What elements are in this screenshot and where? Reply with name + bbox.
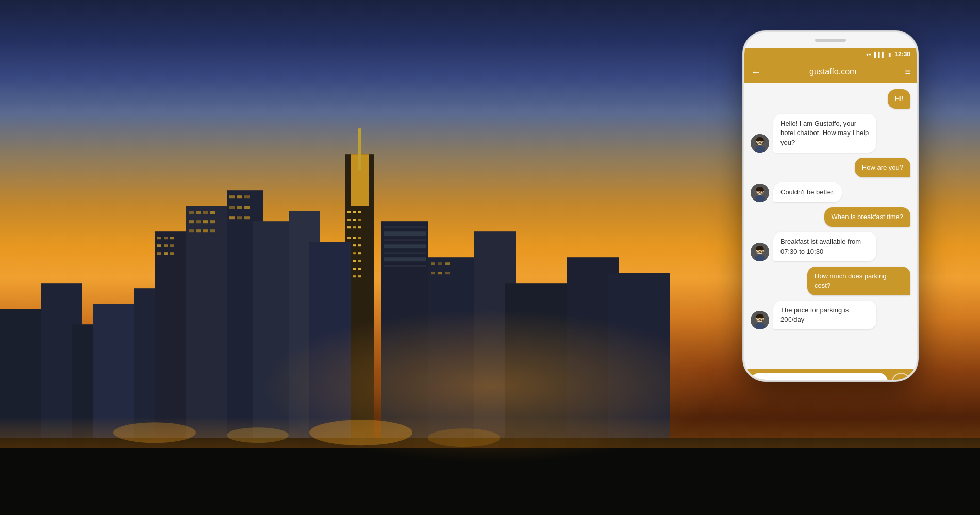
bot-avatar-1 xyxy=(751,134,769,153)
svg-rect-87 xyxy=(445,262,450,265)
svg-rect-49 xyxy=(203,211,208,214)
svg-rect-74 xyxy=(384,231,426,236)
svg-rect-34 xyxy=(353,275,356,277)
svg-rect-17 xyxy=(358,226,361,228)
back-button[interactable]: ← xyxy=(751,66,761,78)
svg-rect-39 xyxy=(170,237,174,239)
svg-rect-19 xyxy=(353,237,356,239)
bot-bubble-2: Couldn't be better. xyxy=(773,182,842,202)
svg-rect-75 xyxy=(384,239,426,241)
phone-device: ▾▾ ▌▌▌ ▮ 12:30 ← gustaffo.com ≡ Hi! xyxy=(743,31,918,381)
phone-speaker xyxy=(815,39,846,42)
svg-rect-48 xyxy=(196,211,201,214)
bot-avatar-3 xyxy=(751,243,769,261)
svg-rect-41 xyxy=(164,244,168,247)
svg-rect-60 xyxy=(229,195,235,198)
svg-rect-50 xyxy=(210,211,215,214)
svg-rect-16 xyxy=(353,226,356,228)
svg-rect-31 xyxy=(353,268,356,270)
svg-rect-77 xyxy=(384,252,426,254)
svg-rect-88 xyxy=(431,272,435,274)
svg-rect-43 xyxy=(157,252,161,255)
svg-rect-26 xyxy=(358,252,361,254)
svg-rect-82 xyxy=(505,283,577,438)
phone-top xyxy=(744,32,917,48)
svg-rect-14 xyxy=(358,219,361,221)
svg-rect-38 xyxy=(164,237,168,239)
svg-rect-65 xyxy=(244,206,250,209)
svg-rect-79 xyxy=(384,265,426,267)
svg-rect-67 xyxy=(237,216,242,219)
bot-avatar-2 xyxy=(751,184,769,202)
app-header: ← gustaffo.com ≡ xyxy=(744,60,917,83)
svg-rect-45 xyxy=(170,252,174,255)
svg-rect-11 xyxy=(358,211,361,213)
svg-rect-54 xyxy=(210,220,215,223)
svg-rect-20 xyxy=(358,237,361,239)
svg-rect-12 xyxy=(347,219,351,221)
svg-rect-73 xyxy=(384,226,426,228)
svg-rect-28 xyxy=(353,260,356,262)
user-bubble-2: How are you? xyxy=(855,158,910,177)
send-icon: ➤ xyxy=(898,377,905,382)
svg-rect-58 xyxy=(210,229,215,232)
svg-rect-68 xyxy=(244,216,250,219)
svg-rect-90 xyxy=(445,272,450,274)
svg-rect-32 xyxy=(358,268,361,270)
message-row-user-4: How much does parking cost? xyxy=(751,267,910,295)
user-bubble-3: When is breakfast time? xyxy=(824,207,910,227)
bot-bubble-1: Hello! I am Gustaffo, your hotel chatbot… xyxy=(773,114,876,153)
svg-rect-51 xyxy=(189,220,194,223)
menu-icon[interactable]: ≡ xyxy=(905,67,910,77)
svg-rect-57 xyxy=(203,229,208,232)
svg-rect-10 xyxy=(353,211,356,213)
svg-rect-76 xyxy=(384,244,426,248)
svg-rect-8 xyxy=(358,128,361,170)
svg-rect-29 xyxy=(358,260,361,262)
svg-rect-84 xyxy=(608,273,670,438)
svg-point-94 xyxy=(309,420,412,445)
svg-rect-44 xyxy=(164,252,168,255)
svg-rect-63 xyxy=(229,206,235,209)
svg-rect-89 xyxy=(438,272,442,274)
message-row-bot-2: Couldn't be better. xyxy=(751,182,910,202)
svg-rect-47 xyxy=(189,211,194,214)
svg-rect-25 xyxy=(353,252,356,254)
chat-input-field[interactable] xyxy=(751,373,888,381)
svg-point-92 xyxy=(113,422,196,443)
message-row-bot-3: Breakfast ist available from 07:30 to 10… xyxy=(751,232,910,261)
svg-rect-66 xyxy=(229,216,235,219)
chat-area: Hi! xyxy=(744,83,917,369)
message-row-bot-1: Hello! I am Gustaffo, your hotel chatbot… xyxy=(751,114,910,153)
svg-rect-37 xyxy=(157,237,161,239)
svg-point-93 xyxy=(227,427,289,443)
message-row-bot-4: The price for parking is 20€/day xyxy=(751,301,910,329)
status-bar: ▾▾ ▌▌▌ ▮ 12:30 xyxy=(744,48,917,60)
svg-rect-52 xyxy=(196,220,201,223)
svg-rect-13 xyxy=(353,219,356,221)
bot-bubble-4: The price for parking is 20€/day xyxy=(773,301,876,329)
svg-rect-62 xyxy=(244,195,250,198)
svg-rect-42 xyxy=(170,244,174,247)
user-bubble-1: Hi! xyxy=(888,89,910,109)
svg-rect-53 xyxy=(203,220,208,223)
bot-bubble-3: Breakfast ist available from 07:30 to 10… xyxy=(773,232,876,261)
battery-icon: ▮ xyxy=(888,52,891,57)
svg-rect-85 xyxy=(431,262,435,265)
bot-avatar-4 xyxy=(751,311,769,329)
svg-rect-64 xyxy=(237,206,242,209)
signal-icon: ▌▌▌ xyxy=(874,52,885,57)
svg-rect-9 xyxy=(347,211,351,213)
send-button[interactable]: ➤ xyxy=(892,373,910,381)
svg-rect-23 xyxy=(358,244,361,246)
message-row-user-1: Hi! xyxy=(751,89,910,109)
svg-rect-22 xyxy=(353,244,356,246)
svg-rect-55 xyxy=(189,229,194,232)
svg-point-95 xyxy=(428,428,500,447)
phone-body: ▾▾ ▌▌▌ ▮ 12:30 ← gustaffo.com ≡ Hi! xyxy=(743,31,918,381)
message-row-user-3: When is breakfast time? xyxy=(751,207,910,227)
svg-rect-86 xyxy=(438,262,442,265)
message-row-user-2: How are you? xyxy=(751,158,910,177)
svg-rect-78 xyxy=(384,257,426,261)
svg-rect-18 xyxy=(347,237,351,239)
